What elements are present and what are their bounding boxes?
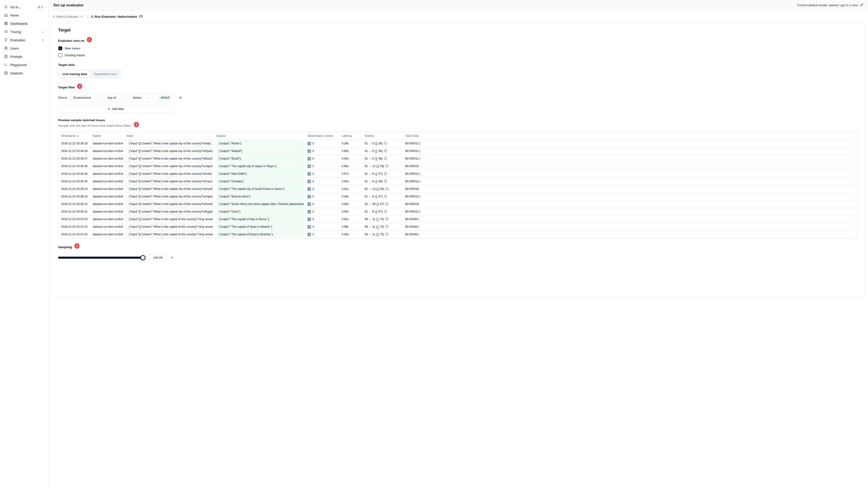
cell-tokens: 59 → 11 (∑ 70) xyxy=(365,232,405,236)
cell-timestamp: 2024-11-22 03:38:25 xyxy=(58,180,93,183)
new-traces-checkbox[interactable] xyxy=(58,46,62,50)
column-header-observation-levels: Observation Levels xyxy=(308,134,342,137)
cell-name: dataset-run-item-cm3s4 xyxy=(93,218,126,221)
remove-filter-button[interactable] xyxy=(178,95,183,100)
info-icon[interactable] xyxy=(384,194,387,199)
info-icon[interactable] xyxy=(385,217,388,221)
annotation-badge-3: 3 xyxy=(134,122,139,127)
cell-name: dataset-run-item-cm3s4 xyxy=(93,157,126,160)
breadcrumb-step-run-evaluator: 2. Run Evaluator: Hallucination xyxy=(91,15,143,19)
info-icon[interactable] xyxy=(385,164,389,168)
cell-total-cost: $0.000011 ( xyxy=(405,210,855,213)
cell-tokens: 51 → 6 (∑ 57) xyxy=(365,172,405,176)
info-icon[interactable] xyxy=(384,157,387,161)
search-icon xyxy=(4,5,8,9)
existing-traces-checkbox[interactable] xyxy=(58,53,62,57)
table-row[interactable]: 2024-11-22 03:38:24 dataset-run-item-cm3… xyxy=(58,185,855,193)
cell-latency: 0.50s xyxy=(342,210,365,213)
info-icon[interactable] xyxy=(385,202,389,206)
playground-icon xyxy=(4,63,8,67)
sidebar-item-prompts[interactable]: Prompts xyxy=(2,53,46,60)
filter-operator-select[interactable]: any of xyxy=(104,93,127,102)
sampling-percent-input[interactable] xyxy=(149,254,167,262)
goto-search[interactable]: Go to... ⌘ K xyxy=(2,4,46,10)
info-level-icon: i xyxy=(308,157,311,160)
sidebar-item-datasets[interactable]: Datasets xyxy=(2,70,46,77)
cell-observation-levels: i3 xyxy=(308,165,342,168)
cell-name: dataset-run-item-cm3s4 xyxy=(93,187,126,191)
cell-observation-levels: i3 xyxy=(308,233,342,236)
table-row[interactable]: 2024-11-22 03:38:28 dataset-run-item-cm3… xyxy=(58,148,855,155)
sidebar-item-dashboards[interactable]: Dashboards xyxy=(2,20,46,27)
edit-icon[interactable] xyxy=(860,3,863,7)
cell-timestamp: 2024-11-22 03:37:03 xyxy=(58,218,93,221)
cell-latency: 0.53s xyxy=(342,157,365,160)
table-row[interactable]: 2024-11-22 03:38:25 dataset-run-item-cm3… xyxy=(58,178,855,185)
info-level-icon: i xyxy=(308,233,311,236)
cell-input: {"input":[{"content":"What is the capita… xyxy=(126,178,213,184)
topbar: Set up evaluator Current default model: … xyxy=(49,0,868,10)
info-icon[interactable] xyxy=(385,187,389,191)
tab-live-tracing-data[interactable]: Live tracing data xyxy=(59,70,91,77)
info-icon[interactable] xyxy=(384,179,387,184)
add-filter-button[interactable]: + Add filter xyxy=(58,105,174,113)
sidebar-item-home[interactable]: Home xyxy=(2,12,46,19)
info-icon[interactable] xyxy=(384,209,387,214)
table-row[interactable]: 2024-11-22 03:37:03 dataset-run-item-cm3… xyxy=(58,216,855,223)
table-row[interactable]: 2024-11-22 03:38:28 dataset-run-item-cm3… xyxy=(58,140,855,148)
sidebar-item-label: Tracing xyxy=(10,30,21,34)
cell-input: {"input":[{"content":"What is the capita… xyxy=(126,231,213,237)
cell-output: {"output":"The capital city of South Kor… xyxy=(217,186,304,192)
sidebar-item-tracing[interactable]: Tracing xyxy=(2,29,46,35)
info-icon[interactable] xyxy=(384,172,387,176)
info-level-icon: i xyxy=(308,210,311,214)
sort-desc-icon xyxy=(76,134,79,137)
evaluation-icon xyxy=(4,38,8,42)
cell-latency: 0.38s xyxy=(342,142,365,145)
cell-observation-levels: i3 xyxy=(308,225,342,229)
sidebar-item-label: Users xyxy=(10,46,19,50)
info-icon[interactable] xyxy=(384,141,387,145)
cell-input: {"input":[{"content":"What is the capita… xyxy=(126,140,213,147)
cell-timestamp: 2024-11-22 03:38:23 xyxy=(58,195,93,198)
table-row[interactable]: 2024-11-22 03:38:26 dataset-run-item-cm3… xyxy=(58,170,855,178)
target-card: Target Evaluator runs on 1 New traces Ex… xyxy=(51,22,865,297)
info-level-icon: i xyxy=(308,218,311,221)
cell-latency: 0.65s xyxy=(342,165,365,168)
cell-tokens: 51 → 6 (∑ 57) xyxy=(365,209,405,214)
info-icon[interactable] xyxy=(384,149,387,153)
cell-tokens: 59 → 11 (∑ 70) xyxy=(365,225,405,229)
sidebar-item-evaluation[interactable]: Evaluation xyxy=(2,37,46,43)
where-label: Where xyxy=(58,96,67,99)
cell-tokens: 52 → 35 (∑ 87) xyxy=(365,202,405,206)
filter-value-select[interactable]: Select default xyxy=(129,93,175,102)
column-header-timestamp[interactable]: Timestamp xyxy=(58,134,93,137)
filter-column-select[interactable]: Environment xyxy=(70,93,101,102)
cell-name: dataset-run-item-cm3s4 xyxy=(93,142,126,145)
table-row[interactable]: 2024-11-22 03:38:22 dataset-run-item-cm3… xyxy=(58,200,855,208)
cell-tokens: 51 → 5 (∑ 56) xyxy=(365,149,405,153)
table-row[interactable]: 2024-11-22 03:38:21 dataset-run-item-cm3… xyxy=(58,208,855,216)
chevron-down-icon xyxy=(146,96,149,99)
cell-observation-levels: i3 xyxy=(308,150,342,153)
sampling-slider[interactable] xyxy=(58,257,145,259)
sidebar-item-playground[interactable]: Playground xyxy=(2,62,46,68)
cell-timestamp: 2024-11-22 03:38:28 xyxy=(58,142,93,145)
table-row[interactable]: 2024-11-22 03:38:23 dataset-run-item-cm3… xyxy=(58,193,855,200)
chevron-right-icon xyxy=(41,31,44,34)
info-icon[interactable] xyxy=(385,232,388,236)
table-row[interactable]: 2024-11-22 03:37:01 dataset-run-item-cm3… xyxy=(58,231,855,238)
cell-output: {"output":"Rome"} xyxy=(217,140,304,147)
annotation-badge-1: 1 xyxy=(87,37,92,42)
slider-thumb[interactable] xyxy=(140,255,146,260)
table-scrollbar[interactable] xyxy=(855,132,858,238)
sidebar-item-users[interactable]: Users xyxy=(2,45,46,52)
tab-experiment-runs[interactable]: Experiment runs xyxy=(91,70,120,77)
table-row[interactable]: 2024-11-22 03:37:02 dataset-run-item-cm3… xyxy=(58,223,855,231)
column-header-output: Output xyxy=(217,134,308,137)
breadcrumb-step-select-evaluator[interactable]: 1. Select Evaluator xyxy=(53,15,83,19)
info-icon[interactable] xyxy=(385,225,388,229)
table-row[interactable]: 2024-11-22 03:38:26 dataset-run-item-cm3… xyxy=(58,163,855,170)
goto-label: Go to... xyxy=(10,5,21,9)
table-row[interactable]: 2024-11-22 03:38:27 dataset-run-item-cm3… xyxy=(58,155,855,163)
